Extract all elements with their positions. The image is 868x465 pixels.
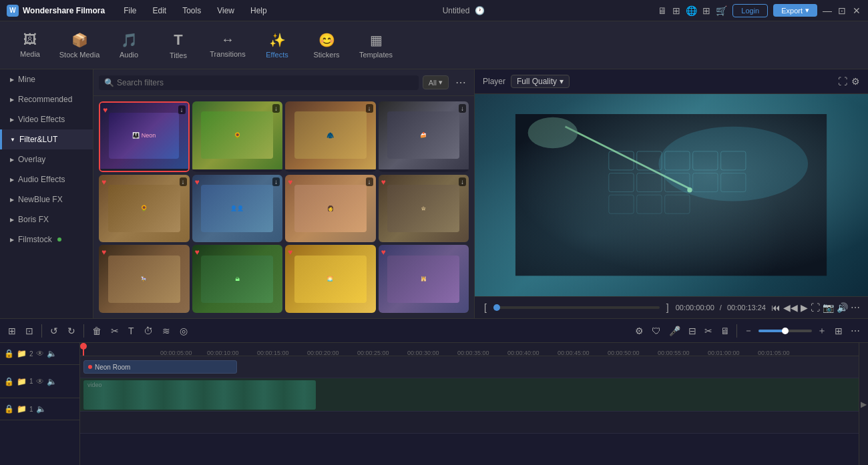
timer-icon[interactable]: ⏱ xyxy=(141,324,156,338)
more-timeline-icon[interactable]: ⋯ xyxy=(848,324,863,338)
quality-dropdown[interactable]: Full Quality ▾ xyxy=(511,75,570,88)
track-eye-video-icon[interactable]: 👁 xyxy=(36,377,44,386)
sidebar-item-overlay[interactable]: ▶ Overlay xyxy=(0,149,93,169)
snapshot-icon[interactable]: 📷 xyxy=(823,302,834,313)
frame-back-button[interactable]: ◀◀ xyxy=(783,302,798,313)
more-options-button[interactable]: ⋯ xyxy=(453,75,469,90)
mark-out-button[interactable]: ] xyxy=(665,301,670,314)
circle-tool-icon[interactable]: ◎ xyxy=(177,324,190,338)
sidebar-item-filmstock[interactable]: ▶ Filmstock xyxy=(0,229,93,250)
minimize-button[interactable]: — xyxy=(823,6,832,15)
menu-tools[interactable]: Tools xyxy=(180,5,204,17)
maximize-button[interactable]: ⊡ xyxy=(837,6,847,15)
effect-card-lost-tokyo[interactable]: 👤👤 ♥ ↓ Lost in Tokyo xyxy=(192,175,283,243)
tool-titles[interactable]: T Titles xyxy=(155,24,202,67)
close-button[interactable]: ✕ xyxy=(852,6,861,15)
zoom-out-button[interactable]: － xyxy=(741,324,756,338)
tool-stickers[interactable]: 😊 Stickers xyxy=(303,24,350,67)
effect-card-bw-poster[interactable]: 🌻 ♥ ↓ Black And White Poste... xyxy=(99,175,190,243)
play-button[interactable]: ▶ xyxy=(801,302,808,313)
monitor-icon[interactable]: 🖥 xyxy=(718,324,732,338)
grid-icon[interactable]: ⊞ xyxy=(832,324,845,338)
export-button[interactable]: Export ▾ xyxy=(773,4,817,17)
tool-media[interactable]: 🖼 Media xyxy=(7,24,53,67)
sidebar-item-video-effects[interactable]: ▶ Video Effects xyxy=(0,109,93,129)
track-row-effect: Neon Room xyxy=(80,356,859,378)
tool-audio[interactable]: 🎵 Audio xyxy=(105,24,152,67)
sidebar-item-boris[interactable]: ▶ Boris FX xyxy=(0,209,93,229)
effect-card-repair-room[interactable]: 🛣 ♥ ↓ Repair Room xyxy=(379,175,469,243)
equalizer-icon[interactable]: ≋ xyxy=(160,324,173,338)
track-folder-icon[interactable]: 📁 xyxy=(17,349,27,358)
track-lock-audio-icon[interactable]: 🔒 xyxy=(4,404,14,414)
sidebar-item-newblue[interactable]: ▶ NewBlue FX xyxy=(0,189,93,209)
cut-button[interactable]: ✂ xyxy=(108,324,122,338)
fullscreen-button[interactable]: ⛶ xyxy=(811,302,820,313)
effect-thumb-moss: 🏔 ♥ xyxy=(192,245,283,313)
track-folder-audio-icon[interactable]: 📁 xyxy=(17,404,27,414)
track-lock-video-icon[interactable]: 🔒 xyxy=(4,377,14,386)
volume-icon[interactable]: 🔊 xyxy=(837,302,848,313)
track-lock-icon[interactable]: 🔒 xyxy=(4,349,14,358)
settings-gear-icon[interactable]: ⚙ xyxy=(632,324,646,338)
search-input-wrap[interactable]: 🔍 xyxy=(99,75,419,90)
timeline-layout-icon[interactable]: ⊞ xyxy=(5,324,19,338)
track-label-audio: 1 xyxy=(29,406,33,413)
effect-card-corner-phone[interactable]: 🍰 ↓ Corner Phone Booths xyxy=(379,101,469,172)
redo-button[interactable]: ↻ xyxy=(65,324,78,338)
text-tool-icon[interactable]: T xyxy=(126,324,137,338)
scissors-icon[interactable]: ✂ xyxy=(702,324,715,338)
progress-bar[interactable] xyxy=(493,306,660,309)
progress-handle[interactable] xyxy=(493,304,500,311)
menu-edit[interactable]: Edit xyxy=(150,5,169,17)
tool-effects[interactable]: ✨ Effects xyxy=(254,24,300,67)
effect-card-serenity[interactable]: 🕌 ♥ Serenity xyxy=(379,245,469,313)
tool-transitions[interactable]: ↔ Transitions xyxy=(204,24,251,67)
timeline-expand-button[interactable]: ▶ xyxy=(859,343,868,465)
track-eye-icon[interactable]: 👁 xyxy=(36,349,44,358)
settings-icon[interactable]: ⚙ xyxy=(851,76,860,87)
sidebar-item-recommended[interactable]: ▶ Recommended xyxy=(0,89,93,109)
delete-button[interactable]: 🗑 xyxy=(89,324,104,338)
sidebar-item-audio-effects[interactable]: ▶ Audio Effects xyxy=(0,169,93,189)
menu-file[interactable]: File xyxy=(121,5,139,17)
undo-button[interactable]: ↺ xyxy=(47,324,61,338)
effect-track-neon-room[interactable]: Neon Room xyxy=(83,360,237,374)
layers-icon[interactable]: ⊟ xyxy=(686,324,699,338)
track-volume-audio-icon[interactable]: 🔈 xyxy=(36,404,46,414)
filter-dropdown[interactable]: All ▾ xyxy=(423,75,449,89)
effect-card-honey[interactable]: 🌅 ♥ Honey xyxy=(285,245,376,313)
filmstock-badge xyxy=(57,238,61,242)
track-volume-video-icon[interactable]: 🔈 xyxy=(47,377,57,386)
tool-templates[interactable]: ▦ Templates xyxy=(353,24,399,67)
menu-help[interactable]: Help xyxy=(248,5,270,17)
track-volume-icon[interactable]: 🔈 xyxy=(47,349,57,358)
sidebar-arrow-boris: ▶ xyxy=(10,217,14,223)
timeline-snap-icon[interactable]: ⊡ xyxy=(23,324,36,338)
zoom-in-button[interactable]: ＋ xyxy=(815,324,829,338)
mic-icon[interactable]: 🎤 xyxy=(666,324,683,338)
track-folder-video-icon[interactable]: 📁 xyxy=(17,377,27,386)
audio-icon: 🎵 xyxy=(121,32,138,48)
more-controls-icon[interactable]: ⋯ xyxy=(851,302,860,313)
shield-icon[interactable]: 🛡 xyxy=(649,324,664,338)
fullscreen-icon[interactable]: ⛶ xyxy=(838,76,847,87)
sidebar-item-filter-lut[interactable]: ▼ Filter&LUT xyxy=(0,129,93,149)
tool-stock-media[interactable]: 📦 Stock Media xyxy=(56,24,103,67)
effect-card-slog[interactable]: 🎠 ♥ S-Log 04 xyxy=(99,245,190,313)
mark-in-button[interactable]: [ xyxy=(483,301,488,314)
menu-view[interactable]: View xyxy=(214,5,237,17)
effect-card-neon-swing[interactable]: 🧥 ↓ Neon Swing xyxy=(285,101,376,172)
search-input[interactable] xyxy=(117,78,413,87)
step-back-button[interactable]: ⏮ xyxy=(771,302,781,313)
effect-card-apricot[interactable]: 👩 ♥ ↓ Apricot Memory xyxy=(285,175,376,243)
login-button[interactable]: Login xyxy=(732,4,768,17)
sidebar-item-mine[interactable]: ▶ Mine xyxy=(0,69,93,89)
zoom-handle[interactable] xyxy=(782,328,789,334)
video-track-item[interactable]: video xyxy=(83,380,316,410)
icon-global: 🌐 xyxy=(686,5,697,16)
effect-card-neon-room[interactable]: 👨‍👩‍👧 Neon ♥ ↓ Neon Room xyxy=(99,101,190,172)
zoom-slider[interactable] xyxy=(758,330,812,332)
effect-card-neon-frame[interactable]: 🌻 ↓ Neon Frame xyxy=(192,101,283,172)
effect-card-moss[interactable]: 🏔 ♥ Moss xyxy=(192,245,283,313)
